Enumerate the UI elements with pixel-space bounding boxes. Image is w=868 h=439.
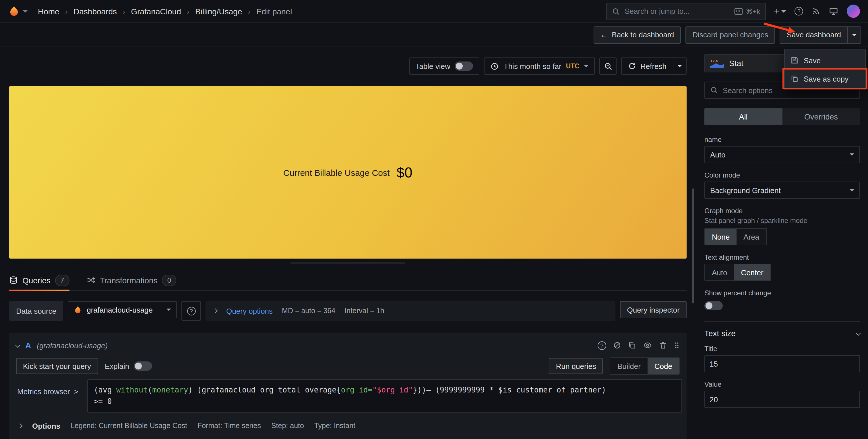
search-icon <box>710 86 718 94</box>
text-alignment-field: Text alignment Auto Center <box>704 254 860 281</box>
value-size-field: Value <box>704 380 860 408</box>
tab-all[interactable]: All <box>704 108 782 125</box>
code-mode-button[interactable]: Code <box>648 358 679 374</box>
show-percent-field: Show percent change <box>704 289 860 312</box>
plus-icon: + <box>774 6 780 16</box>
query-options-toggle[interactable]: Query options <box>226 306 273 315</box>
zoom-out-time-button[interactable] <box>600 57 617 75</box>
query-toolbar-row: Kick start your query Explain Run querie… <box>14 357 682 375</box>
search-input[interactable] <box>625 7 730 16</box>
save-dashboard-caret[interactable] <box>847 27 861 43</box>
menu-item-save-as-copy[interactable]: Save as copy <box>785 69 865 88</box>
graph-mode-none[interactable]: None <box>705 229 737 245</box>
builder-code-switch: Builder Code <box>610 357 680 375</box>
time-range-picker[interactable]: This month so far UTC <box>484 57 595 75</box>
query-options-md: MD = auto = 364 <box>282 307 335 315</box>
grafana-logo-button[interactable] <box>8 5 28 17</box>
global-search[interactable]: ⌘+k <box>606 3 766 20</box>
text-size-title: Text size <box>704 329 736 338</box>
show-percent-toggle[interactable] <box>704 301 723 310</box>
help-icon: ? <box>795 7 803 16</box>
menu-item-save[interactable]: Save <box>785 51 865 69</box>
name-field: name Auto <box>704 136 860 163</box>
add-new-button[interactable]: + <box>774 6 786 16</box>
builder-mode-button[interactable]: Builder <box>611 358 648 374</box>
save-dashboard-split-button: Save dashboard <box>780 26 861 43</box>
user-avatar[interactable] <box>847 5 860 18</box>
clock-icon <box>491 62 499 70</box>
text-alignment-label: Text alignment <box>704 254 860 261</box>
breadcrumb-billing-usage[interactable]: Billing/Usage <box>195 7 242 16</box>
stat-panel-value: $0 <box>396 164 412 181</box>
chevron-down-icon <box>23 10 28 12</box>
eye-icon[interactable] <box>643 341 652 349</box>
refresh-interval-caret[interactable] <box>673 58 686 74</box>
name-field-label: name <box>704 136 860 144</box>
metrics-browser-button[interactable]: Metrics browser > <box>14 379 85 396</box>
chevron-right-icon <box>18 423 23 428</box>
grafana-app: Home › Dashboards › GrafanaCloud › Billi… <box>0 0 868 439</box>
name-select[interactable]: Auto <box>704 146 860 163</box>
panel-resize-handle[interactable] <box>290 262 405 264</box>
breadcrumb-dashboards[interactable]: Dashboards <box>73 7 117 16</box>
graph-mode-field: Graph mode Stat panel graph / sparkline … <box>704 207 860 245</box>
help-icon[interactable]: ? <box>598 341 606 350</box>
query-datasource-hint: (grafanacloud-usage) <box>37 341 107 350</box>
align-center[interactable]: Center <box>734 264 770 281</box>
tab-overrides[interactable]: Overrides <box>782 108 860 125</box>
circle-slash-icon[interactable] <box>613 341 621 349</box>
title-size-field: Title <box>704 345 860 372</box>
explain-label: Explain <box>105 362 129 370</box>
graph-mode-label: Graph mode <box>704 207 860 215</box>
text-size-section-header[interactable]: Text size <box>704 329 860 338</box>
explain-toggle[interactable] <box>134 361 152 371</box>
grip-icon[interactable] <box>674 341 680 349</box>
query-inspector-button[interactable]: Query inspector <box>620 301 687 318</box>
datasource-picker[interactable]: grafanacloud-usage <box>68 301 177 318</box>
breadcrumb-grafanacloud[interactable]: GrafanaCloud <box>131 7 181 16</box>
step-meta: Step: auto <box>271 422 304 430</box>
breadcrumb: Home › Dashboards › GrafanaCloud › Billi… <box>38 7 292 16</box>
help-button[interactable]: ? <box>795 7 803 16</box>
news-button[interactable] <box>812 7 820 16</box>
table-view-toggle[interactable] <box>455 61 473 71</box>
promql-code-editor[interactable]: (avg without(monetary) (grafanacloud_org… <box>88 379 682 413</box>
color-mode-select[interactable]: Background Gradient <box>704 182 860 199</box>
collapse-query-icon[interactable] <box>16 343 20 348</box>
main-scrollbar-thumb[interactable] <box>692 188 694 303</box>
title-size-input[interactable] <box>704 355 860 372</box>
trash-icon[interactable] <box>659 341 667 349</box>
tab-transformations[interactable]: Transformations 0 <box>86 270 176 290</box>
timezone-label: UTC <box>566 63 580 69</box>
keyboard-icon <box>734 8 743 14</box>
run-queries-button[interactable]: Run queries <box>549 358 603 374</box>
active-tab-underline <box>9 290 69 291</box>
grafana-flame-icon <box>73 305 82 314</box>
breadcrumb-separator: › <box>65 7 68 16</box>
query-editor-card: A (grafanacloud-usage) ? <box>9 333 687 439</box>
query-actions: ? <box>598 341 680 350</box>
refresh-icon <box>628 62 637 70</box>
refresh-button[interactable]: Refresh <box>622 58 673 74</box>
back-to-dashboard-button[interactable]: ← Back to dashboard <box>593 26 681 43</box>
save-dashboard-button[interactable]: Save dashboard <box>780 27 847 43</box>
copy-icon[interactable] <box>628 341 636 349</box>
graph-mode-area[interactable]: Area <box>737 229 766 245</box>
table-view-label: Table view <box>415 62 450 70</box>
value-size-input[interactable] <box>704 391 860 408</box>
query-options-bar: Query options MD = auto = 364 Interval =… <box>206 301 615 321</box>
graph-mode-description: Stat panel graph / sparkline mode <box>704 216 860 225</box>
display-button[interactable] <box>829 7 838 16</box>
tab-queries[interactable]: Queries 7 <box>9 270 69 290</box>
nav-icon-cluster: + ? <box>774 5 860 18</box>
discard-panel-changes-button[interactable]: Discard panel changes <box>685 26 775 43</box>
zoom-out-icon <box>604 62 613 70</box>
text-alignment-switch: Auto Center <box>704 264 771 281</box>
breadcrumb-home[interactable]: Home <box>38 7 59 16</box>
datasource-help-button[interactable]: ? <box>181 301 201 321</box>
options-toggle[interactable]: Options <box>32 422 60 430</box>
graph-mode-switch: None Area <box>704 228 767 245</box>
align-auto[interactable]: Auto <box>705 264 734 281</box>
kick-start-query-button[interactable]: Kick start your query <box>16 358 98 374</box>
datasource-label: Data source <box>9 301 63 321</box>
